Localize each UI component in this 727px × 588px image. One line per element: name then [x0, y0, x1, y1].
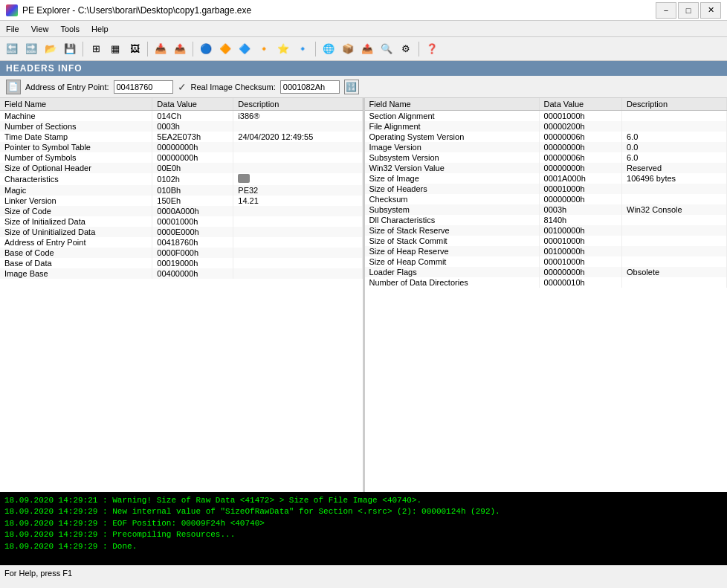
table-row: Size of Optional Header00E0h	[0, 163, 362, 173]
cell-desc	[622, 256, 727, 267]
toolbar-btn-hex[interactable]: ▦	[106, 40, 124, 58]
cell-desc	[622, 194, 727, 204]
cell-desc	[622, 277, 727, 288]
cell-value: 0003h	[539, 204, 621, 215]
address-input[interactable]	[114, 80, 173, 94]
table-row: Machine014Chi386®	[0, 111, 362, 122]
toolbar-btn-forward[interactable]: 🔜	[22, 40, 40, 58]
cell-value: 00000000h	[539, 142, 621, 152]
cell-desc: i386®	[233, 111, 362, 122]
check-icon[interactable]: ✓	[178, 81, 187, 93]
toolbar-btn-d5[interactable]: ⭐	[274, 40, 292, 58]
cell-value: 00000006h	[539, 132, 621, 142]
cell-value: 00019000h	[152, 258, 233, 268]
headers-info-label: HEADERS INFO	[6, 63, 83, 74]
cell-desc	[622, 121, 727, 132]
table-row: Image Base00400000h	[0, 268, 362, 279]
cell-value: 010Bh	[152, 185, 233, 196]
cell-field: Time Date Stamp	[0, 132, 152, 142]
toolbar-btn-scan[interactable]: 🔍	[378, 40, 395, 58]
maximize-button[interactable]: □	[678, 2, 699, 19]
cell-field: Section Alignment	[365, 111, 540, 122]
cell-value: 00001000h	[152, 216, 233, 227]
toolbar-btn-export2[interactable]: 📤	[358, 40, 376, 58]
close-button[interactable]: ✕	[700, 2, 721, 19]
cell-desc	[233, 173, 362, 185]
menu-help[interactable]: Help	[85, 21, 114, 36]
log-line: 18.09.2020 14:29:29 : EOF Position: 0000…	[4, 518, 723, 529]
cell-desc	[233, 163, 362, 173]
table-row: Base of Code0000F000h	[0, 248, 362, 258]
toolbar-btn-d2[interactable]: 🔶	[216, 40, 234, 58]
cell-field: Number of Data Directories	[365, 277, 540, 288]
cell-field: Operating System Version	[365, 132, 540, 142]
menu-tools[interactable]: Tools	[54, 21, 85, 36]
toolbar-btn-options[interactable]: ⚙	[397, 40, 415, 58]
toolbar-btn-resources[interactable]: 🖼	[126, 40, 143, 58]
toolbar-btn-export[interactable]: 📤	[171, 40, 189, 58]
toolbar-btn-disasm[interactable]: ⊞	[87, 40, 105, 58]
cell-value: 0102h	[152, 173, 233, 185]
main-content: Field Name Data Value Description Machin…	[0, 98, 727, 492]
toolbar-btn-network[interactable]: 🌐	[320, 40, 337, 58]
cell-field: Magic	[0, 185, 152, 196]
menu-file[interactable]: File	[0, 21, 25, 36]
table-row: Number of Sections0003h	[0, 121, 362, 132]
toolbar-separator	[193, 42, 193, 56]
cell-desc	[622, 184, 727, 194]
cell-field: Size of Heap Commit	[365, 256, 540, 267]
calc-icon[interactable]: 🔢	[344, 80, 359, 94]
cell-field: Size of Uninitialized Data	[0, 227, 152, 237]
cell-value: 00400000h	[152, 268, 233, 279]
cell-field: Linker Version	[0, 196, 152, 206]
right-col-value: Data Value	[539, 98, 621, 111]
table-row: Size of Heap Reserve00100000h	[365, 246, 727, 256]
cell-value: 00001000h	[539, 236, 621, 246]
minimize-button[interactable]: −	[656, 2, 676, 19]
cell-desc: 6.0	[622, 132, 727, 142]
app-icon	[6, 4, 18, 16]
toolbar-btn-d6[interactable]: 🔹	[294, 40, 311, 58]
checksum-input[interactable]	[280, 80, 340, 94]
cell-value: 00100000h	[539, 246, 621, 256]
cell-field: Size of Image	[365, 173, 540, 184]
table-row: Size of Stack Reserve00100000h	[365, 225, 727, 236]
log-line: 18.09.2020 14:29:29 : Precompiling Resou…	[4, 529, 723, 540]
cell-field: File Alignment	[365, 121, 540, 132]
toolbar-btn-d1[interactable]: 🔵	[197, 40, 215, 58]
toolbar-btn-save[interactable]: 💾	[61, 40, 79, 58]
title-bar: PE Explorer - C:\Users\borari\Desktop\co…	[0, 0, 727, 21]
table-row: Magic010BhPE32	[0, 185, 362, 196]
menu-bar: File View Tools Help	[0, 21, 727, 37]
cell-desc: 14.21	[233, 196, 362, 206]
toolbar-btn-back[interactable]: 🔙	[3, 40, 21, 58]
cell-desc	[233, 206, 362, 216]
toolbar-btn-d4[interactable]: 🔸	[255, 40, 273, 58]
cell-value: 150Eh	[152, 196, 233, 206]
toolbar-btn-d3[interactable]: 🔷	[236, 40, 253, 58]
log-area: 18.09.2020 14:29:21 : Warning! Size of R…	[0, 492, 727, 565]
toolbar-btn-help[interactable]: ❓	[423, 40, 441, 58]
table-row: Size of Image0001A000h106496 bytes	[365, 173, 727, 184]
cell-desc	[233, 227, 362, 237]
cell-desc	[233, 121, 362, 132]
table-row: Size of Initialized Data00001000h	[0, 216, 362, 227]
toolbar-separator	[83, 42, 83, 56]
menu-view[interactable]: View	[25, 21, 55, 36]
table-row: Size of Headers00001000h	[365, 184, 727, 194]
toolbar-btn-package[interactable]: 📦	[339, 40, 357, 58]
status-text: For Help, press F1	[4, 569, 72, 578]
cell-field: Subsystem	[365, 204, 540, 215]
cell-field: Number of Sections	[0, 121, 152, 132]
toolbar: 🔙🔜📂💾⊞▦🖼📥📤🔵🔶🔷🔸⭐🔹🌐📦📤🔍⚙❓	[0, 37, 727, 61]
toolbar-btn-import[interactable]: 📥	[152, 40, 169, 58]
table-row: Win32 Version Value00000000hReserved	[365, 163, 727, 173]
table-row: Loader Flags00000000hObsolete	[365, 267, 727, 277]
cell-field: Pointer to Symbol Table	[0, 142, 152, 152]
toolbar-btn-open[interactable]: 📂	[42, 40, 59, 58]
table-row: Checksum00000000h	[365, 194, 727, 204]
cell-value: 0000E000h	[152, 227, 233, 237]
toolbar-separator	[315, 42, 316, 56]
window-controls: − □ ✕	[656, 2, 721, 19]
right-col-desc: Description	[622, 98, 727, 111]
